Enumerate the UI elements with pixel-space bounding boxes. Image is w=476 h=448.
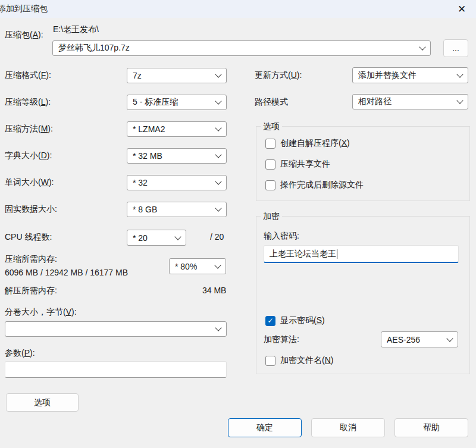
label-part: 压缩格式( <box>5 70 41 80</box>
encrypt-filenames-checkbox[interactable]: 加密文件名(N) <box>265 355 333 366</box>
format-label: 压缩格式(F): <box>5 70 51 81</box>
combobox-value: * 20 <box>133 233 148 243</box>
label-part: 创建自解压程序( <box>280 138 342 148</box>
label-part: ): <box>47 151 52 160</box>
label-part: 分卷大小，字节( <box>5 307 66 317</box>
combobox-value: * 32 <box>133 178 148 187</box>
chevron-down-icon <box>174 233 181 240</box>
combobox-value: * 80% <box>175 262 197 271</box>
compress-shared-checkbox[interactable]: 压缩共享文件 <box>265 159 330 170</box>
browse-label: ... <box>452 43 459 53</box>
update-mode-label: 更新方式(U): <box>255 70 302 81</box>
checkbox-label: 显示密码(S) <box>280 315 325 326</box>
combobox-value: 7z <box>133 71 142 80</box>
label-part: ): <box>297 70 302 80</box>
ok-button[interactable]: 确定 <box>228 418 302 437</box>
method-combobox[interactable]: * LZMA2 <box>127 121 227 137</box>
memory-compress-detail: 6096 MB / 12942 MB / 16177 MB <box>5 268 128 277</box>
text-cursor <box>337 249 337 259</box>
archive-name-combobox[interactable]: 梦丝韩飞儿107p.7z <box>52 40 431 56</box>
chevron-down-icon <box>215 151 221 158</box>
combobox-value: * 32 MB <box>133 151 162 161</box>
cpu-threads-max: / 20 <box>210 232 224 242</box>
combobox-value: 相对路径 <box>358 96 392 107</box>
path-mode-combobox[interactable]: 相对路径 <box>352 94 468 109</box>
window-title: 添加到压缩包 <box>0 4 48 14</box>
delete-after-checkbox[interactable]: 操作完成后删除源文件 <box>265 180 364 190</box>
dictionary-size-label: 字典大小(D): <box>5 151 52 161</box>
password-value: 上老王论坛当老王 <box>270 249 336 259</box>
word-size-combobox[interactable]: * 32 <box>127 175 227 190</box>
chevron-down-icon <box>456 71 463 77</box>
cancel-button[interactable]: 取消 <box>311 418 385 437</box>
solid-block-size-combobox[interactable]: * 8 GB <box>127 202 227 217</box>
checkbox-box <box>265 356 275 366</box>
label-part: ): <box>30 348 35 358</box>
volume-size-combobox[interactable] <box>5 321 227 337</box>
label-part: ): <box>38 30 43 39</box>
chevron-down-icon <box>446 335 453 342</box>
checkbox-box <box>265 139 275 149</box>
label-part: 显示密码( <box>280 315 317 325</box>
label-part: ): <box>49 177 54 187</box>
format-combobox[interactable]: 7z <box>127 68 227 83</box>
options-button[interactable]: 选项 <box>6 393 79 412</box>
browse-button[interactable]: ... <box>443 39 468 57</box>
label-mnemonic: V <box>66 307 71 317</box>
encryption-method-combobox[interactable]: AES-256 <box>381 331 458 347</box>
chevron-down-icon <box>456 97 463 104</box>
label-mnemonic: N <box>325 355 331 365</box>
label-mnemonic: M <box>41 124 48 133</box>
checkbox-label: 压缩共享文件 <box>280 159 330 170</box>
close-button[interactable]: ✕ <box>453 1 470 17</box>
parameters-input[interactable] <box>5 361 227 378</box>
combobox-value: * LZMA2 <box>133 124 165 134</box>
label-mnemonic: A <box>33 30 38 39</box>
solid-block-size-label: 固实数据大小: <box>5 204 57 215</box>
archive-dir-path: E:\老王发布\ <box>53 24 99 35</box>
chevron-down-icon <box>215 324 221 331</box>
checkbox-box <box>265 159 275 170</box>
dictionary-size-combobox[interactable]: * 32 MB <box>127 148 227 164</box>
label-part: ): <box>48 124 53 133</box>
chevron-down-icon <box>215 178 221 184</box>
label-part: 加密文件名( <box>280 355 325 365</box>
checkbox-label: 创建自解压程序(X) <box>280 138 350 149</box>
label-part: 压缩方法( <box>5 124 41 133</box>
label-mnemonic: X <box>342 138 347 148</box>
checkbox-label: 操作完成后删除源文件 <box>280 180 364 190</box>
label-part: 压缩等级( <box>5 97 41 106</box>
label-part: ) <box>322 315 325 325</box>
password-input[interactable]: 上老王论坛当老王 <box>264 245 459 263</box>
cpu-threads-combobox[interactable]: * 20 <box>127 230 186 246</box>
memory-decompress-value: 34 MB <box>202 286 226 295</box>
create-sfx-checkbox[interactable]: 创建自解压程序(X) <box>265 138 350 149</box>
memory-compress-label: 压缩所需内存: <box>5 254 57 265</box>
show-password-checkbox[interactable]: ✓ 显示密码(S) <box>265 315 325 326</box>
level-combobox[interactable]: 5 - 标准压缩 <box>127 95 227 110</box>
encryption-group-legend: 加密 <box>261 211 282 222</box>
cancel-button-label: 取消 <box>340 422 356 433</box>
encryption-method-label: 加密算法: <box>264 334 299 345</box>
password-label: 输入密码: <box>264 231 299 242</box>
add-to-archive-dialog: 添加到压缩包 ✕ 压缩包(A): E:\老王发布\ 梦丝韩飞儿107p.7z .… <box>0 0 476 448</box>
chevron-down-icon <box>214 262 221 268</box>
label-part: 压缩包( <box>5 30 33 39</box>
check-icon: ✓ <box>267 317 273 325</box>
memory-usage-combobox[interactable]: * 80% <box>169 258 226 274</box>
chevron-down-icon <box>215 124 221 131</box>
help-button[interactable]: 帮助 <box>394 418 468 437</box>
method-label: 压缩方法(M): <box>5 124 53 134</box>
options-group-legend: 选项 <box>261 121 282 132</box>
label-part: ): <box>45 97 51 106</box>
update-mode-combobox[interactable]: 添加并替换文件 <box>352 67 468 83</box>
chevron-down-icon <box>215 98 221 104</box>
label-part: 参数( <box>5 348 24 358</box>
label-mnemonic: F <box>41 70 46 80</box>
label-part: 更新方式( <box>255 70 291 80</box>
combobox-value: 添加并替换文件 <box>358 70 416 81</box>
title-bar: 添加到压缩包 ✕ <box>0 0 476 18</box>
close-icon: ✕ <box>458 3 466 15</box>
label-mnemonic: W <box>41 177 49 187</box>
chevron-down-icon <box>215 205 221 211</box>
